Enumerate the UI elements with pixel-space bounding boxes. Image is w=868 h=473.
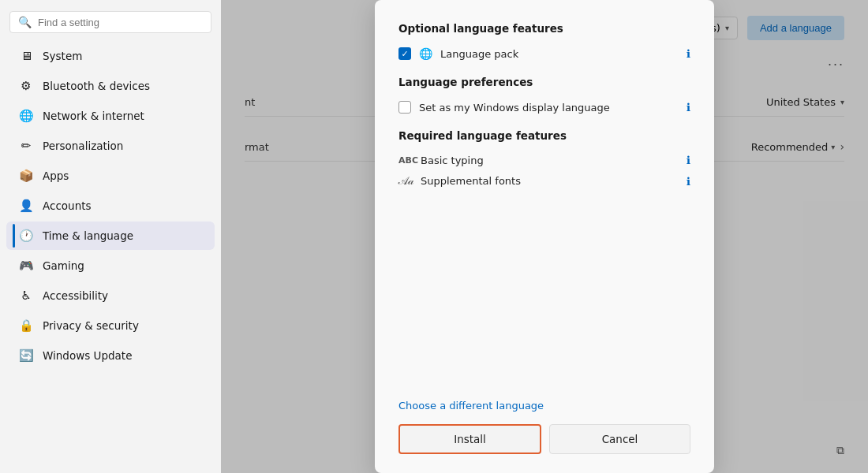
- search-icon: 🔍: [18, 16, 32, 28]
- sidebar-item-label: Accessibility: [43, 289, 108, 302]
- basic-typing-row: ABC Basic typing ℹ: [398, 150, 690, 170]
- supplemental-fonts-row: 𝒜𝒶 Supplemental fonts ℹ: [398, 170, 690, 192]
- display-language-checkbox[interactable]: [398, 101, 411, 114]
- sidebar-item-apps[interactable]: 📦 Apps: [6, 162, 215, 190]
- privacy-icon: 🔒: [19, 318, 33, 333]
- sidebar-item-privacy[interactable]: 🔒 Privacy & security: [6, 311, 215, 340]
- sidebar-item-label: Apps: [43, 169, 69, 182]
- system-icon: 🖥: [19, 49, 33, 63]
- accessibility-icon: ♿: [19, 289, 33, 303]
- main-content: English (United States) ▾ Add a language…: [221, 0, 868, 473]
- supplemental-fonts-label: Supplemental fonts: [421, 175, 679, 187]
- sidebar-item-personalization[interactable]: ✏ Personalization: [6, 132, 215, 160]
- language-pack-icon: 🌐: [419, 47, 432, 60]
- sidebar-item-label: Accounts: [43, 199, 92, 212]
- sidebar-item-label: System: [43, 50, 82, 62]
- sidebar-item-system[interactable]: 🖥 System: [6, 42, 215, 70]
- windows-update-icon: 🔄: [19, 348, 33, 363]
- basic-typing-label: Basic typing: [421, 155, 679, 166]
- search-bar[interactable]: 🔍: [9, 11, 211, 33]
- personalization-icon: ✏: [19, 139, 33, 153]
- sidebar-item-label: Gaming: [43, 259, 84, 272]
- time-language-icon: 🕐: [19, 229, 33, 243]
- language-pack-label: Language pack: [440, 48, 679, 60]
- lang-prefs-title: Language preferences: [398, 76, 690, 88]
- supplemental-fonts-icon: 𝒜𝒶: [398, 174, 413, 188]
- language-modal: Optional language features 🌐 Language pa…: [375, 0, 714, 473]
- sidebar-item-gaming[interactable]: 🎮 Gaming: [6, 251, 215, 280]
- sidebar-item-time-language[interactable]: 🕐 Time & language: [6, 222, 215, 250]
- sidebar-item-label: Network & internet: [43, 110, 144, 122]
- required-section-title: Required language features: [398, 129, 690, 142]
- sidebar-item-accessibility[interactable]: ♿ Accessibility: [6, 281, 215, 310]
- info-icon-2[interactable]: ℹ: [687, 101, 690, 114]
- sidebar-item-network[interactable]: 🌐 Network & internet: [6, 102, 215, 130]
- install-button[interactable]: Install: [398, 424, 541, 454]
- sidebar-item-label: Windows Update: [43, 349, 132, 362]
- sidebar-item-label: Time & language: [43, 229, 133, 242]
- info-icon-4[interactable]: ℹ: [687, 175, 690, 188]
- sidebar-item-accounts[interactable]: 👤 Accounts: [6, 192, 215, 220]
- cancel-button[interactable]: Cancel: [549, 424, 690, 454]
- gaming-icon: 🎮: [19, 259, 33, 273]
- network-icon: 🌐: [19, 109, 33, 123]
- choose-different-language-link[interactable]: Choose a different language: [398, 400, 690, 412]
- info-icon[interactable]: ℹ: [687, 47, 690, 60]
- bluetooth-icon: ⚙: [19, 79, 33, 93]
- sidebar-item-label: Bluetooth & devices: [43, 80, 150, 92]
- language-pack-checkbox[interactable]: [398, 47, 411, 60]
- accounts-icon: 👤: [19, 199, 33, 213]
- optional-section-title: Optional language features: [398, 22, 690, 35]
- sidebar-item-bluetooth[interactable]: ⚙ Bluetooth & devices: [6, 72, 215, 100]
- sidebar: 🔍 🖥 System ⚙ Bluetooth & devices 🌐 Netwo…: [0, 0, 221, 473]
- sidebar-item-windows-update[interactable]: 🔄 Windows Update: [6, 341, 215, 370]
- modal-buttons: Install Cancel: [398, 424, 690, 454]
- basic-typing-icon: ABC: [398, 155, 413, 166]
- modal-overlay: Optional language features 🌐 Language pa…: [221, 0, 868, 473]
- info-icon-3[interactable]: ℹ: [687, 154, 690, 166]
- apps-icon: 📦: [19, 169, 33, 183]
- language-pack-row: 🌐 Language pack ℹ: [398, 43, 690, 65]
- display-language-row: Set as my Windows display language ℹ: [398, 96, 690, 118]
- sidebar-item-label: Privacy & security: [43, 319, 139, 332]
- search-input[interactable]: [38, 17, 203, 28]
- display-language-label: Set as my Windows display language: [419, 102, 679, 114]
- sidebar-item-label: Personalization: [43, 140, 123, 152]
